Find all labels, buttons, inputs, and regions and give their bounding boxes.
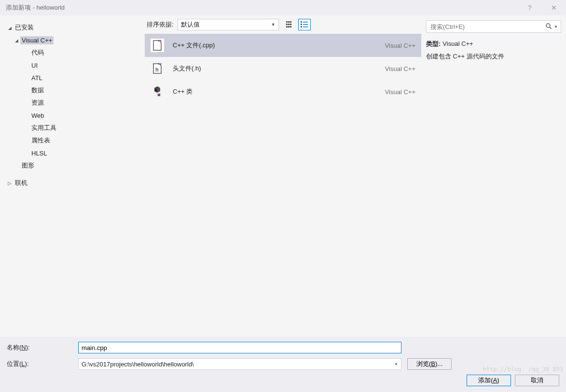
svg-rect-7 xyxy=(288,26,290,28)
info-description: 创建包含 C++ 源代码的文件 xyxy=(426,52,561,61)
svg-line-20 xyxy=(550,27,552,29)
svg-text:h: h xyxy=(155,67,159,72)
info-type: 类型:Visual C++ xyxy=(426,40,561,48)
tree-item-web[interactable]: Web xyxy=(2,109,145,122)
chevron-right-icon[interactable] xyxy=(6,181,14,186)
svg-rect-9 xyxy=(301,21,302,23)
svg-text:++: ++ xyxy=(158,39,162,42)
cancel-button[interactable]: 取消 xyxy=(515,375,559,386)
cpp-class-icon xyxy=(150,84,165,99)
chevron-down-icon: ▼ xyxy=(394,362,398,366)
tree-item-code[interactable]: 代码 xyxy=(2,46,145,59)
svg-rect-6 xyxy=(286,26,288,28)
tree-installed[interactable]: 已安装 xyxy=(2,21,145,34)
location-dropdown[interactable]: G:\vs2017projects\helloworld\helloworld\… xyxy=(78,358,401,370)
view-tiles-button[interactable] xyxy=(284,19,296,30)
name-label: 名称(N): xyxy=(7,343,78,352)
svg-rect-5 xyxy=(290,24,291,25)
svg-rect-14 xyxy=(303,27,308,28)
tree-item-props[interactable]: 属性表 xyxy=(2,134,145,147)
tree-item-data[interactable]: 数据 xyxy=(2,84,145,97)
tree-graphics[interactable]: 图形 xyxy=(2,159,145,172)
chevron-down-icon[interactable] xyxy=(13,38,20,43)
svg-text:++: ++ xyxy=(158,62,162,66)
bottom-form: 名称(N): 位置(L): G:\vs2017projects\hellowor… xyxy=(0,337,566,392)
sort-dropdown[interactable]: 默认值 ▼ xyxy=(178,19,279,30)
chevron-down-icon[interactable] xyxy=(6,25,14,30)
list-icon xyxy=(301,21,308,28)
tree-item-utility[interactable]: 实用工具 xyxy=(2,122,145,134)
cpp-file-icon: ++ xyxy=(150,38,165,53)
tree-online[interactable]: 联机 xyxy=(2,177,145,189)
svg-rect-13 xyxy=(301,26,302,28)
svg-point-19 xyxy=(546,24,550,28)
svg-rect-3 xyxy=(286,24,288,25)
template-cpp-file[interactable]: ++ C++ 文件(.cpp) Visual C++ xyxy=(145,34,421,57)
header-file-icon: h++ xyxy=(150,61,165,76)
category-sidebar: 已安装 Visual C++ 代码 UI ATL 数据 资源 Web 实用工具 … xyxy=(0,15,145,338)
svg-rect-0 xyxy=(286,21,288,23)
titlebar: 添加新项 - helloworld ? ✕ xyxy=(0,0,566,15)
svg-rect-2 xyxy=(290,21,291,23)
svg-rect-4 xyxy=(288,24,290,25)
svg-rect-1 xyxy=(288,21,290,23)
search-input[interactable] xyxy=(430,23,544,30)
info-panel: ▼ 类型:Visual C++ 创建包含 C++ 源代码的文件 xyxy=(421,15,566,338)
template-list: ++ C++ 文件(.cpp) Visual C++ h++ 头文件(.h) V… xyxy=(145,32,421,338)
add-button[interactable]: 添加(A) xyxy=(467,375,511,386)
sort-label: 排序依据: xyxy=(147,20,174,29)
tree-item-resource[interactable]: 资源 xyxy=(2,97,145,109)
close-button[interactable]: ✕ xyxy=(547,4,561,12)
tree-item-hlsl[interactable]: HLSL xyxy=(2,147,145,159)
tree-visualcpp[interactable]: Visual C++ xyxy=(2,34,145,46)
template-cpp-class[interactable]: C++ 类 Visual C++ xyxy=(145,80,421,103)
view-list-button[interactable] xyxy=(298,19,311,30)
search-box[interactable]: ▼ xyxy=(426,20,561,33)
svg-rect-10 xyxy=(303,22,308,23)
tree-item-ui[interactable]: UI xyxy=(2,59,145,71)
browse-button[interactable]: 浏览(B)... xyxy=(407,358,452,370)
tree-item-atl[interactable]: ATL xyxy=(2,71,145,84)
chevron-down-icon[interactable]: ▼ xyxy=(553,25,559,29)
window-title: 添加新项 - helloworld xyxy=(6,3,523,12)
help-button[interactable]: ? xyxy=(523,4,537,12)
svg-rect-8 xyxy=(290,26,291,28)
svg-rect-12 xyxy=(303,24,308,25)
location-label: 位置(L): xyxy=(7,360,78,368)
svg-rect-11 xyxy=(301,24,302,25)
name-input[interactable] xyxy=(78,342,401,353)
tiles-icon xyxy=(286,21,294,28)
template-header-file[interactable]: h++ 头文件(.h) Visual C++ xyxy=(145,57,421,80)
chevron-down-icon: ▼ xyxy=(271,22,276,27)
sort-toolbar: 排序依据: 默认值 ▼ xyxy=(145,15,421,32)
search-icon[interactable] xyxy=(544,23,553,31)
